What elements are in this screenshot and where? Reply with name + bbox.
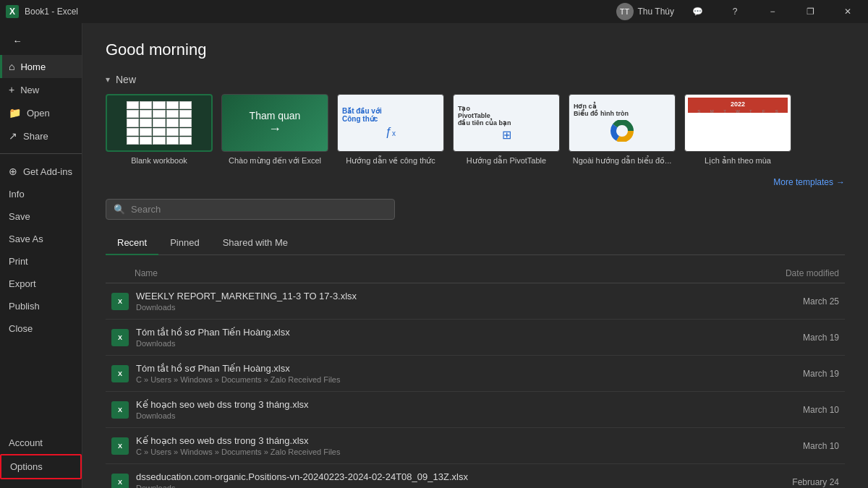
tab-recent[interactable]: Recent xyxy=(106,231,158,255)
file-info: WEEKLY REPORT_MARKETING_11-3 TO 17-3.xls… xyxy=(136,291,781,312)
sidebar-saveas-label: Save As xyxy=(9,234,43,244)
template-lich-label: Lịch ảnh theo mùa xyxy=(705,156,771,166)
file-info: dsseducation.com-organic.Positions-vn-20… xyxy=(136,471,781,488)
file-date: March 10 xyxy=(781,405,839,415)
sidebar-item-account[interactable]: Account xyxy=(0,432,82,454)
template-bieudo-label: Ngoài hướng dẫn biểu đồ... xyxy=(573,156,672,166)
sidebar-info-label: Info xyxy=(9,189,25,200)
sidebar-item-info[interactable]: Info xyxy=(0,183,82,205)
file-path: Downloads xyxy=(136,303,781,312)
sidebar-item-print[interactable]: Print xyxy=(0,250,82,273)
file-row[interactable]: X WEEKLY REPORT_MARKETING_11-3 TO 17-3.x… xyxy=(106,283,845,320)
more-templates-label: More templates xyxy=(773,177,833,187)
sidebar-export-label: Export xyxy=(9,278,36,289)
sidebar-item-new[interactable]: + New xyxy=(0,78,82,101)
user-name: Thu Thúy xyxy=(638,7,674,17)
sidebar-options-label: Options xyxy=(10,461,43,472)
file-icon: X xyxy=(111,401,129,419)
sidebar-publish-label: Publish xyxy=(9,301,40,312)
file-row[interactable]: X Kế hoạch seo web dss trong 3 tháng.xls… xyxy=(106,392,845,428)
template-blank-label: Blank workbook xyxy=(131,156,187,165)
title-bar-right: TT Thu Thúy 💬 ? − ❐ ✕ xyxy=(616,0,862,23)
file-icon: X xyxy=(111,329,129,346)
title-bar-left: X Book1 - Excel xyxy=(6,5,78,18)
template-pivot[interactable]: TạoPivotTableđầu tiên của bạn ⊞ Hướng dẫ… xyxy=(453,94,560,166)
file-icon: X xyxy=(111,365,129,382)
sidebar-item-addins[interactable]: ⊕ Get Add-ins xyxy=(0,160,82,183)
sidebar-item-export[interactable]: Export xyxy=(0,273,82,295)
collapse-icon[interactable]: ▾ xyxy=(106,74,110,85)
main-layout: ← ⌂ Home + New 📁 Open ↗ Share ⊕ Get Add-… xyxy=(0,23,868,488)
avatar: TT xyxy=(616,3,634,20)
sidebar-home-label: Home xyxy=(20,61,46,72)
template-pivot-thumb: TạoPivotTableđầu tiên của bạn ⊞ xyxy=(453,94,560,152)
sidebar-new-label: New xyxy=(20,85,39,95)
sidebar-item-saveas[interactable]: Save As xyxy=(0,228,82,250)
sidebar-item-share[interactable]: ↗ Share xyxy=(0,124,82,147)
file-date: March 19 xyxy=(781,369,839,379)
file-icon: X xyxy=(111,474,129,489)
file-row[interactable]: X Tóm tắt hồ sơ Phan Tiến Hoàng.xlsx C »… xyxy=(106,356,845,392)
more-templates-arrow: → xyxy=(836,177,845,187)
file-row[interactable]: X dsseducation.com-organic.Positions-vn-… xyxy=(106,464,845,488)
sidebar-divider-1 xyxy=(0,153,82,154)
sidebar-addins-label: Get Add-ins xyxy=(23,166,72,177)
sidebar-bottom: Account Options xyxy=(0,432,82,485)
file-name: Tóm tắt hồ sơ Phan Tiến Hoàng.xlsx xyxy=(136,327,781,338)
more-templates-link[interactable]: More templates → xyxy=(773,177,845,187)
back-icon: ← xyxy=(13,35,22,46)
templates-grid: Blank workbook Tham quan→ Chào mừng đến … xyxy=(106,94,845,166)
file-row[interactable]: X Kế hoạch seo web dss trong 3 tháng.xls… xyxy=(106,428,845,464)
help-button[interactable]: ? xyxy=(720,0,749,23)
template-congthuc[interactable]: Bắt đầu vớiCông thức ƒx Hướng dẫn về côn… xyxy=(337,94,444,166)
file-icon: X xyxy=(111,293,129,310)
file-path: C » Users » Windows » Documents » Zalo R… xyxy=(136,448,781,456)
tab-pinned[interactable]: Pinned xyxy=(158,231,210,255)
sidebar-print-label: Print xyxy=(9,256,28,267)
search-container: 🔍 xyxy=(106,199,845,220)
sidebar-item-home[interactable]: ⌂ Home xyxy=(0,55,82,78)
home-icon: ⌂ xyxy=(9,61,14,72)
more-templates-row: More templates → xyxy=(106,177,845,187)
back-button[interactable]: ← xyxy=(6,29,29,52)
sidebar-item-options[interactable]: Options xyxy=(0,454,82,479)
blank-grid xyxy=(127,101,192,145)
file-name: dsseducation.com-organic.Positions-vn-20… xyxy=(136,471,781,482)
sidebar-item-close[interactable]: Close xyxy=(0,317,82,340)
template-blank[interactable]: Blank workbook xyxy=(106,94,213,166)
sidebar-item-open[interactable]: 📁 Open xyxy=(0,101,82,124)
greeting-text: Good morning xyxy=(106,40,845,59)
header-name: Name xyxy=(135,268,158,278)
file-name: Kế hoạch seo web dss trong 3 tháng.xlsx xyxy=(136,435,781,446)
file-info: Tóm tắt hồ sơ Phan Tiến Hoàng.xlsx C » U… xyxy=(136,363,781,384)
sidebar-item-save[interactable]: Save xyxy=(0,205,82,228)
template-bieudo[interactable]: Hơn cảBiểu đồ hình tròn Ngoài hướng dẫn … xyxy=(569,94,676,166)
file-info: Tóm tắt hồ sơ Phan Tiến Hoàng.xlsx Downl… xyxy=(136,327,781,348)
minimize-button[interactable]: − xyxy=(758,0,787,23)
template-thamquan[interactable]: Tham quan→ Chào mừng đến với Excel xyxy=(221,94,328,166)
file-path: Downloads xyxy=(136,484,781,488)
search-input[interactable] xyxy=(131,204,387,215)
comments-button[interactable]: 💬 xyxy=(683,0,712,23)
file-path: Downloads xyxy=(136,339,781,348)
tab-shared[interactable]: Shared with Me xyxy=(211,231,299,255)
excel-app-icon: X xyxy=(6,5,19,18)
sidebar-item-publish[interactable]: Publish xyxy=(0,295,82,317)
template-blank-thumb xyxy=(106,94,213,152)
file-path: C » Users » Windows » Documents » Zalo R… xyxy=(136,375,781,384)
file-path: Downloads xyxy=(136,411,781,420)
sidebar-share-label: Share xyxy=(23,131,48,142)
restore-button[interactable]: ❐ xyxy=(796,0,825,23)
share-icon: ↗ xyxy=(9,130,17,142)
template-pivot-label: Hướng dẫn PivotTable xyxy=(467,156,546,166)
template-lich-thumb: 2022 S M T W T F S xyxy=(684,94,791,152)
close-button[interactable]: ✕ xyxy=(833,0,862,23)
sidebar-account-label: Account xyxy=(9,437,43,448)
file-name: Tóm tắt hồ sơ Phan Tiến Hoàng.xlsx xyxy=(136,363,781,374)
file-list: X WEEKLY REPORT_MARKETING_11-3 TO 17-3.x… xyxy=(106,283,845,488)
search-icon: 🔍 xyxy=(114,204,125,215)
file-info: Kế hoạch seo web dss trong 3 tháng.xlsx … xyxy=(136,435,781,456)
template-lich[interactable]: 2022 S M T W T F S Lịch ảnh theo mùa xyxy=(684,94,791,166)
file-row[interactable]: X Tóm tắt hồ sơ Phan Tiến Hoàng.xlsx Dow… xyxy=(106,320,845,356)
user-area[interactable]: TT Thu Thúy xyxy=(616,3,674,20)
